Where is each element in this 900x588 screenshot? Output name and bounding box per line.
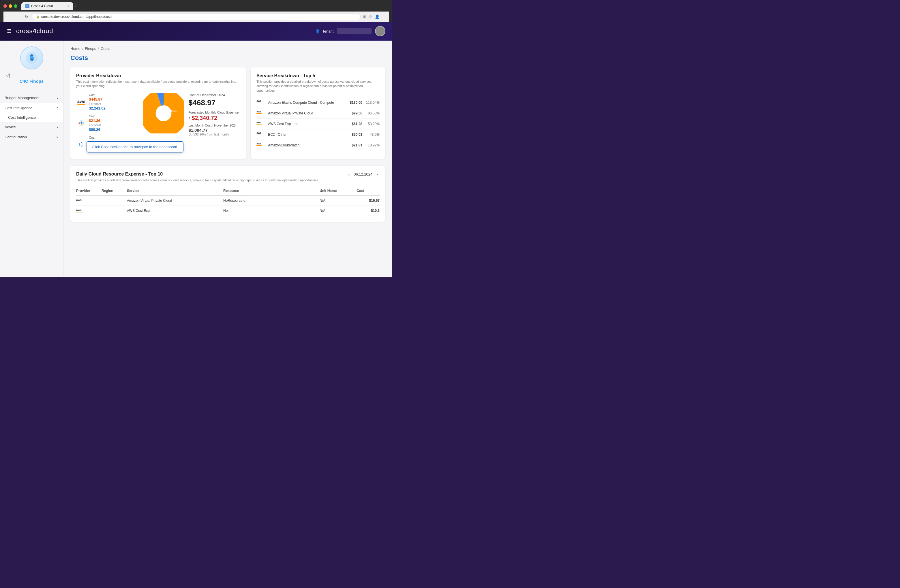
sidebar-item-budget-management[interactable]: Budget Management ∨	[0, 93, 63, 103]
forward-btn[interactable]: →	[15, 14, 21, 20]
breadcrumb-finops[interactable]: Finops	[85, 46, 96, 51]
table-row: aws Amazon Virtual Private Cloud NoResou…	[76, 196, 380, 206]
aws-logo-s2: aws	[256, 121, 265, 127]
maximize-traffic-light[interactable]	[14, 4, 17, 8]
table-header: Provider Region Service Resource Unit Na…	[76, 186, 380, 196]
user-avatar[interactable]	[375, 26, 385, 36]
aws-logo-s4: aws	[256, 142, 265, 148]
date-next-btn[interactable]: ›	[375, 172, 380, 177]
chevron-down-icon-advice: ∨	[56, 125, 59, 129]
cost-amount: $468.97	[188, 98, 240, 107]
col-service: Service	[127, 189, 221, 193]
aws-logo-s3: aws	[256, 132, 265, 138]
service-pct-2: 53.29%	[365, 122, 380, 126]
sidebar-logo-area: ◁| C4C Finops	[0, 46, 63, 93]
breadcrumb-sep-2: /	[98, 46, 99, 51]
browser-actions: ⊞ ☆ 👤 ⋮	[363, 14, 386, 19]
tab-title: Cross 4 Cloud	[31, 4, 53, 8]
aws-underline	[77, 104, 85, 105]
row1-service: AWS Cost Expl...	[127, 209, 221, 213]
row0-cost: $16.67	[357, 199, 380, 203]
provider-row-aws: aws Cost $445.87 Forecast $2,241.62	[76, 93, 139, 110]
main-layout: ◁| C4C Finops Budget Management ∨ Cost I…	[0, 41, 392, 277]
back-btn[interactable]: ←	[6, 14, 13, 20]
url-bar[interactable]: 🔒 console.dev.cross4cloud.com/app/finops…	[32, 13, 361, 20]
service-cost-4: $21.81	[346, 143, 362, 147]
chevron-down-icon-config: ∨	[56, 135, 59, 139]
provider-breakdown-subtitle: This cost information reflects the most …	[76, 80, 240, 88]
date-nav: ‹ 06.12.2024 ›	[347, 172, 380, 177]
cost-intelligence-label: Cost Intelligence	[5, 106, 32, 110]
profile-icon[interactable]: 👤	[375, 14, 380, 19]
date-prev-btn[interactable]: ‹	[347, 172, 352, 177]
menu-icon[interactable]: ⋮	[382, 14, 386, 19]
last-month-label: Last Month Cost | November 2024	[188, 124, 240, 127]
service-row-3: aws EC2 - Other $50.03 43.5%	[256, 129, 380, 140]
provider-content: aws Cost $445.87 Forecast $2,241.62	[76, 93, 240, 153]
pie-chart-area: 95.07% 4.55% 0.37%	[143, 93, 184, 133]
col-resource: Resource	[223, 189, 317, 193]
close-traffic-light[interactable]	[3, 4, 7, 8]
aws-logo-s0: aws	[256, 100, 265, 105]
daily-subtitle: This section provides a detailed breakdo…	[76, 178, 380, 182]
service-pct-3: 43.5%	[365, 133, 380, 137]
sidebar-item-cost-intelligence[interactable]: Cost Intelligence ∧	[0, 103, 63, 113]
row1-cost: $10.6	[357, 209, 380, 213]
sidebar-subitem-cost-intelligence[interactable]: Cost Intelligence	[0, 113, 63, 122]
forecast-amount: ↑ $2,340.72	[188, 115, 240, 121]
row1-resource: No...	[223, 209, 317, 213]
aws-cost-value: $445.87	[89, 97, 106, 101]
cost-summary: Cost of December 2024 $468.97 Forecasted…	[188, 93, 240, 136]
gcp-metrics: Cost $21.36 Forecast $80.26	[89, 115, 101, 132]
reload-btn[interactable]: ↻	[24, 14, 29, 20]
sidebar-collapse-btn[interactable]: ◁|	[5, 72, 11, 79]
translate-icon[interactable]: ⊞	[363, 14, 366, 19]
col-cost: Cost	[357, 189, 380, 193]
service-breakdown-title: Service Breakdown - Top 5	[256, 73, 380, 78]
daily-header: Daily Cloud Resource Expense - Top 10 ‹ …	[76, 172, 380, 177]
chevron-up-icon: ∧	[56, 106, 59, 110]
traffic-lights	[3, 4, 17, 8]
tenant-section: 👤 Tenant:	[315, 28, 372, 34]
row0-resource: NoResourceId	[223, 199, 317, 203]
hamburger-menu[interactable]: ☰	[7, 28, 12, 34]
service-name-0: Amazon Elastic Compute Cloud - Compute	[268, 101, 344, 105]
service-name-1: Amazon Virtual Private Cloud	[268, 111, 344, 115]
service-cost-0: $130.00	[346, 101, 362, 105]
cost-period: Cost of December 2024	[188, 93, 240, 97]
service-cost-3: $50.03	[346, 133, 362, 137]
svg-point-4	[31, 59, 33, 61]
last-month-change: Up 132.96% from last month	[188, 133, 240, 136]
sidebar: ◁| C4C Finops Budget Management ∨ Cost I…	[0, 41, 64, 277]
tenant-input[interactable]	[337, 28, 372, 34]
service-row-1: aws Amazon Virtual Private Cloud $99.56 …	[256, 108, 380, 119]
breadcrumb-home[interactable]: Home	[70, 46, 81, 51]
provider-row-azure: ⬡ Cost $1.74 Forecast $18.84	[76, 136, 139, 153]
azure-logo: ⬡	[76, 141, 87, 148]
sidebar-item-configuration[interactable]: Configuration ∨	[0, 132, 63, 142]
active-tab[interactable]: C Cross 4 Cloud ×	[21, 2, 73, 10]
sidebar-brand: C4C Finops	[20, 79, 43, 84]
aws-metrics: Cost $445.87 Forecast $2,241.62	[89, 93, 106, 110]
aws-forecast-label: Forecast	[89, 102, 106, 105]
url-text: console.dev.cross4cloud.com/app/finops/c…	[41, 15, 113, 19]
top-nav: ☰ cross4cloud 👤 Tenant:	[0, 22, 392, 41]
provider-row-gcp: Cost $21.36 Forecast $80.26	[76, 115, 139, 132]
aws-text: aws	[77, 99, 85, 104]
service-name-4: AmazonCloudWatch	[268, 143, 344, 147]
browser-bar: ← → ↻ 🔒 console.dev.cross4cloud.com/app/…	[3, 12, 389, 22]
tenant-label: Tenant:	[322, 29, 335, 33]
service-row-4: aws AmazonCloudWatch $21.81 18.97%	[256, 140, 380, 150]
provider-list: aws Cost $445.87 Forecast $2,241.62	[76, 93, 139, 153]
service-breakdown-card: Service Breakdown - Top 5 This section p…	[251, 67, 385, 159]
new-tab-btn[interactable]: +	[74, 3, 77, 9]
sidebar-item-advice[interactable]: Advice ∨	[0, 122, 63, 132]
service-pct-0: 113.04%	[365, 101, 380, 105]
svg-text:95.07%: 95.07%	[159, 108, 168, 111]
arrow-up-icon: ↑	[188, 116, 190, 120]
minimize-traffic-light[interactable]	[9, 4, 12, 8]
gcp-logo-svg	[78, 120, 85, 127]
bookmark-icon[interactable]: ☆	[369, 14, 372, 19]
chevron-down-icon: ∨	[56, 96, 59, 100]
tab-close-btn[interactable]: ×	[67, 4, 69, 8]
